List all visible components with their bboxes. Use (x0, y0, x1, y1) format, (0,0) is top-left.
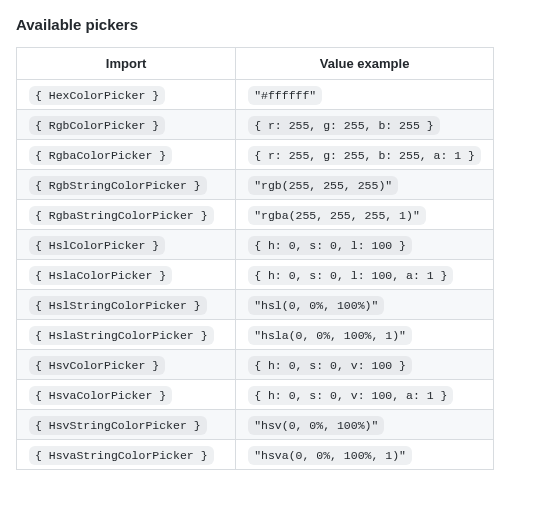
cell-value: "#ffffff" (236, 80, 494, 110)
cell-value: { h: 0, s: 0, l: 100, a: 1 } (236, 260, 494, 290)
column-header-import: Import (17, 48, 236, 80)
cell-value: { r: 255, g: 255, b: 255, a: 1 } (236, 140, 494, 170)
import-code: { RgbaStringColorPicker } (29, 206, 214, 225)
section-heading: Available pickers (16, 16, 517, 33)
cell-import: { HexColorPicker } (17, 80, 236, 110)
cell-value: "hsla(0, 0%, 100%, 1)" (236, 320, 494, 350)
import-code: { HslaStringColorPicker } (29, 326, 214, 345)
import-code: { HslaColorPicker } (29, 266, 172, 285)
cell-import: { RgbColorPicker } (17, 110, 236, 140)
table-row: { HslaColorPicker }{ h: 0, s: 0, l: 100,… (17, 260, 494, 290)
table-row: { HsvaStringColorPicker }"hsva(0, 0%, 10… (17, 440, 494, 470)
cell-import: { HslaStringColorPicker } (17, 320, 236, 350)
value-code: { r: 255, g: 255, b: 255, a: 1 } (248, 146, 481, 165)
table-row: { HexColorPicker }"#ffffff" (17, 80, 494, 110)
cell-import: { HsvaStringColorPicker } (17, 440, 236, 470)
import-code: { RgbColorPicker } (29, 116, 165, 135)
value-code: { h: 0, s: 0, l: 100, a: 1 } (248, 266, 453, 285)
cell-value: "hsv(0, 0%, 100%)" (236, 410, 494, 440)
value-code: "hsv(0, 0%, 100%)" (248, 416, 384, 435)
cell-value: "hsva(0, 0%, 100%, 1)" (236, 440, 494, 470)
table-row: { HslaStringColorPicker }"hsla(0, 0%, 10… (17, 320, 494, 350)
table-row: { HsvColorPicker }{ h: 0, s: 0, v: 100 } (17, 350, 494, 380)
import-code: { HsvStringColorPicker } (29, 416, 207, 435)
column-header-value: Value example (236, 48, 494, 80)
table-row: { RgbaStringColorPicker }"rgba(255, 255,… (17, 200, 494, 230)
cell-value: "rgb(255, 255, 255)" (236, 170, 494, 200)
value-code: { r: 255, g: 255, b: 255 } (248, 116, 439, 135)
cell-value: { h: 0, s: 0, l: 100 } (236, 230, 494, 260)
import-code: { HexColorPicker } (29, 86, 165, 105)
cell-import: { HsvaColorPicker } (17, 380, 236, 410)
import-code: { RgbStringColorPicker } (29, 176, 207, 195)
cell-value: { r: 255, g: 255, b: 255 } (236, 110, 494, 140)
cell-import: { HslColorPicker } (17, 230, 236, 260)
value-code: { h: 0, s: 0, v: 100 } (248, 356, 412, 375)
cell-import: { RgbStringColorPicker } (17, 170, 236, 200)
cell-value: "hsl(0, 0%, 100%)" (236, 290, 494, 320)
import-code: { HslColorPicker } (29, 236, 165, 255)
table-row: { HsvaColorPicker }{ h: 0, s: 0, v: 100,… (17, 380, 494, 410)
cell-import: { HslStringColorPicker } (17, 290, 236, 320)
cell-value: { h: 0, s: 0, v: 100, a: 1 } (236, 380, 494, 410)
value-code: { h: 0, s: 0, v: 100, a: 1 } (248, 386, 453, 405)
value-code: "rgb(255, 255, 255)" (248, 176, 398, 195)
cell-import: { HsvColorPicker } (17, 350, 236, 380)
cell-import: { RgbaStringColorPicker } (17, 200, 236, 230)
table-row: { RgbaColorPicker }{ r: 255, g: 255, b: … (17, 140, 494, 170)
cell-import: { HsvStringColorPicker } (17, 410, 236, 440)
cell-value: "rgba(255, 255, 255, 1)" (236, 200, 494, 230)
cell-value: { h: 0, s: 0, v: 100 } (236, 350, 494, 380)
value-code: "rgba(255, 255, 255, 1)" (248, 206, 426, 225)
table-header-row: Import Value example (17, 48, 494, 80)
value-code: "#ffffff" (248, 86, 322, 105)
import-code: { RgbaColorPicker } (29, 146, 172, 165)
table-row: { RgbStringColorPicker }"rgb(255, 255, 2… (17, 170, 494, 200)
cell-import: { RgbaColorPicker } (17, 140, 236, 170)
table-row: { HslColorPicker }{ h: 0, s: 0, l: 100 } (17, 230, 494, 260)
cell-import: { HslaColorPicker } (17, 260, 236, 290)
import-code: { HslStringColorPicker } (29, 296, 207, 315)
value-code: "hsl(0, 0%, 100%)" (248, 296, 384, 315)
import-code: { HsvaStringColorPicker } (29, 446, 214, 465)
import-code: { HsvaColorPicker } (29, 386, 172, 405)
table-row: { HslStringColorPicker }"hsl(0, 0%, 100%… (17, 290, 494, 320)
pickers-table: Import Value example { HexColorPicker }"… (16, 47, 494, 470)
value-code: "hsva(0, 0%, 100%, 1)" (248, 446, 412, 465)
value-code: "hsla(0, 0%, 100%, 1)" (248, 326, 412, 345)
import-code: { HsvColorPicker } (29, 356, 165, 375)
table-row: { RgbColorPicker }{ r: 255, g: 255, b: 2… (17, 110, 494, 140)
value-code: { h: 0, s: 0, l: 100 } (248, 236, 412, 255)
table-row: { HsvStringColorPicker }"hsv(0, 0%, 100%… (17, 410, 494, 440)
